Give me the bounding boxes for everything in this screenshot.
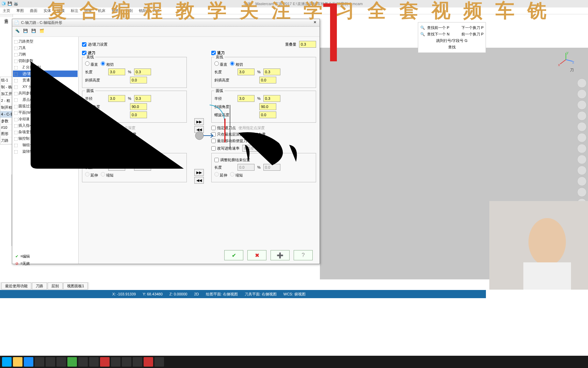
explorer-icon[interactable]	[13, 357, 22, 367]
status-plane[interactable]: 绘图平面: 右侧视图	[206, 292, 238, 297]
menu-sketch[interactable]: 草图	[16, 8, 24, 13]
tree-node-selected[interactable]: 进/退刀设置	[13, 71, 78, 77]
copy-left-button2[interactable]: ◀◀	[194, 177, 204, 184]
app-icon[interactable]	[56, 357, 66, 367]
status-wcs[interactable]: WCS: 俯视图	[283, 292, 306, 297]
menu-mill[interactable]: 铣削	[139, 8, 146, 13]
saveas-icon[interactable]: 💾	[31, 29, 37, 35]
tree-node[interactable]: 原点/参考点	[13, 96, 78, 103]
op-item[interactable]: 制 - 杨	[0, 84, 13, 91]
vp-tool[interactable]	[577, 177, 587, 186]
app-icon[interactable]	[133, 357, 142, 367]
app-icon[interactable]	[111, 357, 120, 367]
tree-node[interactable]: 共同参数	[13, 90, 78, 96]
param-tree[interactable]: 刀路类型 刀具 刀柄 切削参数 Z 分层切削 进/退刀设置 贯通 XY 分层切削…	[12, 37, 79, 264]
help-button[interactable]: ?	[294, 250, 313, 260]
entry-ramp[interactable]	[130, 77, 147, 83]
status-tplane[interactable]: 刀具平面: 右侧视图	[245, 292, 277, 297]
vp-tool[interactable]	[577, 133, 587, 142]
op-item[interactable]: 制开粗	[0, 104, 13, 111]
entry-length[interactable]	[108, 68, 125, 75]
menu-toolpath[interactable]: 刀路	[152, 8, 160, 13]
ok-button[interactable]: ✔	[224, 250, 243, 260]
op-item[interactable]: 组-1	[0, 77, 13, 84]
print-icon[interactable]: 🖨️	[14, 1, 18, 6]
vp-tool[interactable]	[577, 122, 587, 132]
status-mode[interactable]: 2D	[194, 292, 199, 296]
menu-xform[interactable]: 转换	[84, 8, 92, 13]
mastercam-icon[interactable]	[100, 357, 110, 367]
tree-node[interactable]: 刀路类型	[13, 38, 78, 45]
overlap-input[interactable]	[299, 41, 316, 48]
tab-recent[interactable]: 最近使用功能	[1, 282, 31, 290]
copy-right-button2[interactable]: ▶▶	[194, 169, 204, 176]
close-icon[interactable]: ✕	[312, 20, 317, 26]
qq-icon[interactable]	[78, 357, 88, 367]
menu-turn[interactable]: 车削	[125, 8, 133, 13]
tree-node[interactable]: 冷却液	[13, 116, 78, 122]
tree-node[interactable]: 贯通	[13, 77, 78, 83]
op-item[interactable]: 图形	[0, 131, 13, 137]
tree-node[interactable]: 刀具	[13, 45, 78, 51]
vp-tool[interactable]	[577, 187, 587, 197]
app-icon[interactable]	[154, 357, 164, 367]
entry-radius[interactable]	[108, 95, 125, 102]
tree-node[interactable]: XY 分层切削	[13, 83, 78, 90]
entry-radius-p[interactable]	[134, 95, 151, 102]
menu-dim[interactable]: 标注	[71, 8, 78, 13]
tangent-radio[interactable]: 相切	[101, 61, 114, 67]
menu-solid[interactable]: 实体	[44, 8, 51, 13]
entry-helix[interactable]	[130, 111, 147, 118]
entry-length-p[interactable]	[134, 68, 151, 75]
app-icon[interactable]	[122, 357, 131, 367]
flashlight-icon[interactable]: 🔦	[15, 29, 21, 35]
tree-node[interactable]: 杂项变量	[13, 129, 78, 135]
tree-node[interactable]: 轴控制	[13, 135, 78, 142]
op-item[interactable]: 参数	[0, 118, 13, 125]
menu-surface[interactable]: 曲面	[30, 8, 37, 13]
menu-view[interactable]: 视图	[112, 8, 119, 13]
vp-tool[interactable]	[577, 155, 587, 164]
vp-tool[interactable]	[577, 78, 587, 88]
op-item[interactable]: 2 - 粗	[0, 97, 13, 104]
edge-icon[interactable]	[24, 357, 33, 367]
vp-tool[interactable]	[577, 100, 587, 110]
tree-node[interactable]: Z 分层切削	[13, 64, 78, 71]
perp-radio[interactable]: 垂直	[85, 61, 98, 67]
store-icon[interactable]	[46, 357, 55, 367]
op-item[interactable]: 刀路	[0, 137, 13, 144]
start-icon[interactable]	[2, 357, 12, 367]
tab-viewpanel[interactable]: 视图面板1	[63, 282, 88, 290]
section-check[interactable]: 进/退刀设置	[82, 42, 108, 47]
tree-node[interactable]: 插入指令	[13, 122, 78, 129]
tree-node[interactable]: 刀柄	[13, 51, 78, 58]
tree-node[interactable]: 圆弧过滤/公差	[13, 103, 78, 109]
capcut-icon[interactable]	[89, 357, 99, 367]
tree-node[interactable]: 旋转轴控制	[13, 148, 78, 155]
menu-home[interactable]: 主页	[3, 8, 10, 13]
cancel-button[interactable]: ✖	[247, 250, 266, 260]
save-icon[interactable]: 💾	[23, 29, 29, 35]
tree-node[interactable]: 轴组合	[13, 142, 78, 148]
taskbar[interactable]	[0, 356, 588, 368]
op-item[interactable]: 加工开	[0, 91, 13, 97]
vp-tool[interactable]	[577, 166, 587, 175]
wechat-icon[interactable]	[67, 357, 77, 367]
apply-button[interactable]: ➕	[271, 250, 290, 260]
op-item[interactable]: 4 - C-轴	[0, 111, 13, 118]
menu-model[interactable]: 建模	[57, 8, 65, 13]
save-icon[interactable]: 💾	[7, 1, 12, 6]
menu-machine[interactable]: 机床	[98, 8, 105, 13]
tab-toolpath[interactable]: 刀路	[32, 282, 47, 290]
vp-tool[interactable]	[577, 144, 587, 153]
tree-node[interactable]: 平面(WCS)	[13, 109, 78, 116]
ops-list[interactable]: 组-1 制 - 杨 加工开 2 - 粗 制开粗 4 - C-轴 参数 #10 图…	[0, 77, 13, 144]
settings-icon[interactable]: 🗂️	[39, 29, 46, 35]
entry-sweep[interactable]	[130, 103, 147, 110]
dialog-header[interactable]: 📄 C-轴刀路 - C-轴端面外形 ✕	[12, 19, 320, 27]
op-item[interactable]: #10	[0, 125, 13, 131]
app-icon[interactable]	[144, 357, 153, 367]
tree-node[interactable]: 切削参数	[13, 58, 78, 64]
vp-tool[interactable]	[577, 111, 587, 121]
calc-icon[interactable]	[35, 357, 44, 367]
